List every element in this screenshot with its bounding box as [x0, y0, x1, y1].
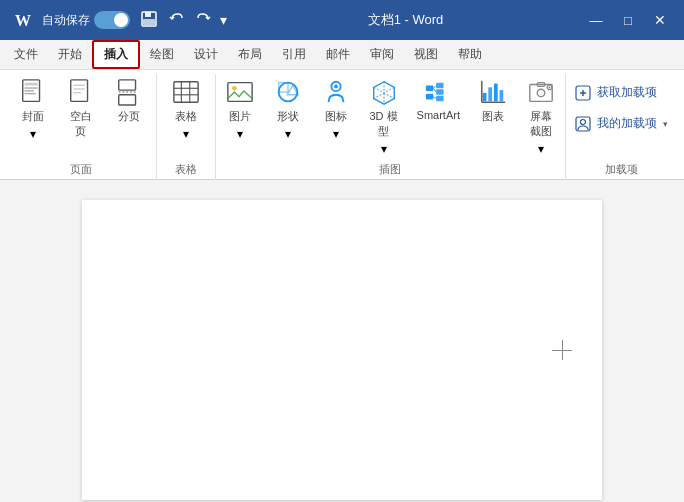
ribbon-group-illustrations: 图片 ▾ 形状 ▾	[216, 74, 566, 181]
document-title: 文档1 - Word	[231, 11, 580, 29]
svg-rect-36	[436, 89, 443, 95]
get-addins-button[interactable]: 获取加载项	[567, 80, 676, 105]
icons-button[interactable]: 图标 ▾	[313, 74, 359, 145]
smartart-icon	[423, 78, 453, 106]
svg-rect-4	[143, 19, 155, 25]
screenshot-label: 屏幕截图	[526, 109, 556, 139]
svg-rect-13	[73, 92, 80, 93]
menu-references[interactable]: 引用	[272, 42, 316, 67]
illustrations-group-items: 图片 ▾ 形状 ▾	[217, 74, 564, 160]
ribbon-group-table: 表格 ▾ 表格	[157, 74, 216, 181]
screenshot-icon	[526, 78, 556, 106]
svg-rect-3	[145, 12, 151, 17]
document-area[interactable]	[0, 180, 684, 502]
redo-button[interactable]	[190, 8, 216, 33]
menu-mailings[interactable]: 邮件	[316, 42, 360, 67]
3dmodel-button[interactable]: 3D 模 型 ▾	[361, 74, 407, 160]
chart-button[interactable]: 图表	[470, 74, 516, 128]
icons-icon	[321, 78, 351, 106]
table-button[interactable]: 表格 ▾	[163, 74, 209, 145]
close-button[interactable]: ✕	[644, 4, 676, 36]
redo-icon	[194, 10, 212, 28]
table-icon	[171, 78, 201, 106]
svg-rect-43	[494, 84, 498, 102]
menu-view[interactable]: 视图	[404, 42, 448, 67]
svg-rect-44	[500, 90, 504, 101]
ribbon-content: 封面 ▾ 空白页	[0, 70, 684, 181]
icons-arrow: ▾	[333, 127, 339, 141]
menu-bar: 文件 开始 插入 绘图 设计 布局 引用 邮件 审阅 视图 帮助	[0, 40, 684, 70]
table-group-label: 表格	[165, 160, 207, 181]
svg-rect-9	[24, 93, 35, 94]
autosave-toggle[interactable]	[94, 11, 130, 29]
menu-home[interactable]: 开始	[48, 42, 92, 67]
svg-rect-34	[426, 94, 433, 100]
my-addins-icon	[575, 116, 591, 132]
3dmodel-label-line1: 3D 模	[370, 109, 398, 124]
cover-icon	[18, 78, 48, 106]
menu-layout[interactable]: 布局	[228, 42, 272, 67]
svg-line-40	[434, 97, 437, 99]
addins-group-items: 获取加载项 我的加载项 ▾	[567, 74, 676, 160]
picture-icon	[225, 78, 255, 106]
undo-icon	[168, 10, 186, 28]
3dmodel-arrow: ▾	[381, 142, 387, 156]
svg-rect-42	[488, 87, 492, 101]
picture-label: 图片	[229, 109, 251, 124]
menu-review[interactable]: 审阅	[360, 42, 404, 67]
minimize-button[interactable]: —	[580, 4, 612, 36]
window-controls: — □ ✕	[580, 4, 676, 36]
undo-button[interactable]	[164, 8, 190, 33]
svg-rect-6	[24, 83, 37, 86]
svg-rect-17	[174, 82, 198, 103]
table-arrow: ▾	[183, 127, 189, 141]
table-label: 表格	[175, 109, 197, 124]
menu-file[interactable]: 文件	[4, 42, 48, 67]
document-cursor	[552, 340, 572, 360]
svg-point-57	[581, 119, 586, 124]
menu-draw[interactable]: 绘图	[140, 42, 184, 67]
smartart-label: SmartArt	[417, 109, 460, 121]
cover-page-label: 封面	[22, 109, 44, 124]
chart-icon	[478, 78, 508, 106]
svg-rect-7	[24, 87, 37, 88]
picture-button[interactable]: 图片 ▾	[217, 74, 263, 145]
autosave-label: 自动保存	[42, 12, 90, 29]
svg-rect-22	[227, 83, 251, 102]
smartart-button[interactable]: SmartArt	[409, 74, 468, 125]
svg-point-23	[232, 86, 237, 91]
svg-rect-41	[483, 93, 487, 101]
cover-arrow: ▾	[30, 127, 36, 141]
save-button[interactable]	[136, 8, 162, 33]
save-icon	[140, 10, 158, 28]
svg-rect-8	[24, 90, 33, 91]
cover-page-button[interactable]: 封面 ▾	[10, 74, 56, 145]
page-break-label: 分页	[118, 109, 140, 124]
menu-help[interactable]: 帮助	[448, 42, 492, 67]
icons-label: 图标	[325, 109, 347, 124]
screenshot-button[interactable]: 屏幕截图 ▾	[518, 74, 564, 160]
svg-rect-35	[436, 83, 443, 89]
my-addins-label: 我的加载项	[597, 115, 657, 132]
word-logo-icon: W	[8, 6, 36, 34]
picture-arrow: ▾	[237, 127, 243, 141]
menu-insert[interactable]: 插入	[92, 40, 140, 69]
maximize-button[interactable]: □	[612, 4, 644, 36]
autosave-area: 自动保存	[42, 11, 130, 29]
document-page[interactable]	[82, 200, 602, 500]
menu-design[interactable]: 设计	[184, 42, 228, 67]
my-addins-arrow: ▾	[663, 119, 668, 129]
page-break-icon	[114, 78, 144, 106]
pages-group-items: 封面 ▾ 空白页	[10, 74, 152, 160]
svg-rect-33	[426, 85, 433, 91]
blank-page-button[interactable]: 空白页	[58, 74, 104, 143]
more-button[interactable]: ▾	[216, 10, 231, 30]
addins-group-label: 加载项	[572, 160, 672, 181]
ribbon-group-pages: 封面 ▾ 空白页	[6, 74, 157, 181]
svg-point-28	[334, 85, 338, 89]
svg-line-38	[434, 85, 437, 88]
page-break-button[interactable]: 分页	[106, 74, 152, 128]
my-addins-button[interactable]: 我的加载项 ▾	[567, 111, 676, 136]
title-bar: W 自动保存 ▾ 文档1 - Word —	[0, 0, 684, 40]
shapes-button[interactable]: 形状 ▾	[265, 74, 311, 145]
